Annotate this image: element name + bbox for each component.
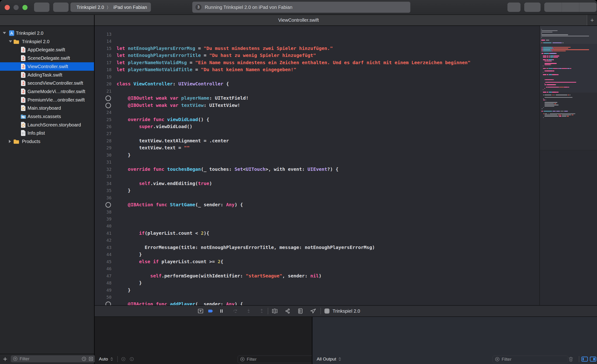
disclosure-open-icon[interactable]: [9, 40, 12, 42]
code-line-49[interactable]: 49}: [95, 286, 539, 294]
ib-connection-icon[interactable]: [105, 202, 111, 208]
code-line-42[interactable]: 42: [95, 237, 539, 244]
memory-graph-button[interactable]: [284, 308, 291, 314]
source-editor[interactable]: 131415let notEnoughPlayersErrorMsg = "Du…: [95, 26, 539, 305]
step-out-button[interactable]: [258, 308, 265, 314]
code-line-15[interactable]: 15let notEnoughPlayersErrorMsg = "Du mus…: [95, 45, 539, 52]
console-filter-field[interactable]: Filter: [493, 356, 568, 363]
variables-view[interactable]: Auto Filter: [95, 317, 312, 364]
sidebar-item-secondviewcontroller-swift[interactable]: secondViewController.swift: [0, 79, 94, 87]
sidebar-item-addingtask-swift[interactable]: AddingTask.swift: [0, 71, 94, 79]
code-line-46[interactable]: 46: [95, 265, 539, 272]
code-line-48[interactable]: 48}: [95, 279, 539, 286]
recent-files-icon[interactable]: [81, 356, 87, 362]
sidebar-item-viewcontroller-swift[interactable]: ViewController.swift: [0, 62, 94, 71]
code-line-29[interactable]: 29textView.text = "": [95, 144, 539, 151]
code-line-30[interactable]: 30}: [95, 151, 539, 159]
breakpoints-button[interactable]: [208, 308, 214, 314]
minimize-window-button[interactable]: [14, 5, 19, 10]
status-badge[interactable]: 3: [196, 4, 202, 10]
code-line-45[interactable]: 45else if playerList.count >= 2{: [95, 258, 539, 265]
code-line-33[interactable]: 33: [95, 173, 539, 180]
console-output-dropdown[interactable]: All Output: [317, 356, 336, 362]
run-button[interactable]: [34, 3, 49, 12]
console-view[interactable]: All Output Filter: [313, 317, 597, 364]
sidebar-item-assets-xcassets[interactable]: Assets.xcassets: [0, 112, 94, 121]
sidebar-item-trinkspiel-2-0[interactable]: Trinkspiel 2.0: [0, 37, 94, 46]
close-window-button[interactable]: [5, 5, 10, 10]
code-line-47[interactable]: 47self.performSegue(withIdentifier: "sta…: [95, 272, 539, 279]
code-line-24[interactable]: 24: [95, 109, 539, 116]
code-line-25[interactable]: 25override func viewDidLoad() {: [95, 116, 539, 123]
code-line-36[interactable]: 36: [95, 194, 539, 201]
view-hierarchy-button[interactable]: [271, 308, 278, 314]
pause-button[interactable]: [218, 308, 225, 314]
library-button[interactable]: [507, 3, 520, 12]
source-control-filter-icon[interactable]: [88, 356, 94, 362]
code-line-31[interactable]: 31: [95, 158, 539, 166]
code-line-38[interactable]: 38: [95, 208, 539, 216]
code-line-23[interactable]: @IBOutlet weak var textView: UITextView!: [95, 102, 539, 109]
step-into-button[interactable]: [245, 308, 252, 314]
toggle-inspectors-button[interactable]: [579, 3, 597, 12]
code-line-22[interactable]: @IBOutlet weak var playerName: UITextFie…: [95, 95, 539, 102]
code-line-17[interactable]: 17let playerNameNotValidMsg = "Ein Name …: [95, 59, 539, 66]
code-line-43[interactable]: 43ErrorMessage(title: notEnoughPlayersEr…: [95, 244, 539, 251]
code-line-41[interactable]: 41if(playerList.count < 2){: [95, 229, 539, 237]
code-line-44[interactable]: 44}: [95, 251, 539, 258]
variables-scope-dropdown[interactable]: Auto: [99, 356, 108, 362]
hide-debug-area-button[interactable]: [197, 308, 204, 314]
tab-viewcontroller-swift[interactable]: ViewController.swift: [0, 15, 597, 25]
ib-connection-icon[interactable]: [105, 103, 111, 108]
disclosure-open-icon[interactable]: [3, 32, 6, 34]
minimap[interactable]: [540, 26, 597, 305]
tab-add-button[interactable]: +: [587, 15, 597, 25]
code-line-32[interactable]: 32override func touchesBegan(_ touches: …: [95, 166, 539, 173]
navigator-filter-field[interactable]: Filter: [11, 355, 96, 362]
code-line-40[interactable]: 40: [95, 222, 539, 229]
code-line-34[interactable]: 34self.view.endEditing(true): [95, 180, 539, 187]
code-line-51[interactable]: @IBAction func addPlayer(_ sender: Any) …: [95, 301, 539, 305]
add-file-button[interactable]: [2, 356, 8, 362]
sidebar-item-appdelegate-swift[interactable]: AppDelegate.swift: [0, 46, 94, 54]
ib-connection-icon[interactable]: [105, 301, 111, 305]
ib-connection-icon[interactable]: [105, 95, 111, 101]
code-line-20[interactable]: 20class ViewController: UIViewController…: [95, 80, 539, 87]
sidebar-item-trinkspiel-2-0[interactable]: Trinkspiel 2.0: [0, 29, 94, 37]
code-review-button[interactable]: [524, 3, 541, 12]
show-variables-view-button[interactable]: [581, 356, 588, 362]
code-line-16[interactable]: 16let notEnoughPlayersErrorTitle = "Du h…: [95, 52, 539, 59]
simulate-location-button[interactable]: [310, 308, 317, 314]
code-line-26[interactable]: 26super.viewDidLoad(): [95, 123, 539, 130]
stop-button[interactable]: [53, 3, 69, 12]
sidebar-item-premiumvie-ontroller-swift[interactable]: PremiumVie…ontroller.swift: [0, 96, 94, 104]
scheme-selector[interactable]: Trinkspiel 2.0 〉 iPad von Fabian: [71, 3, 151, 12]
clear-console-button[interactable]: [568, 356, 574, 362]
step-over-button[interactable]: [232, 308, 239, 314]
toggle-debug-area-button[interactable]: [562, 3, 579, 12]
zoom-window-button[interactable]: [22, 5, 28, 10]
show-console-view-button[interactable]: [589, 356, 597, 362]
sidebar-item-launchscreen-storyboard[interactable]: LaunchScreen.storyboard: [0, 121, 94, 129]
code-line-50[interactable]: 50: [95, 293, 539, 301]
sidebar-item-info-plist[interactable]: Info.plist: [0, 129, 94, 137]
code-line-14[interactable]: 14: [95, 38, 539, 45]
code-line-19[interactable]: 19: [95, 73, 539, 80]
environment-overrides-button[interactable]: [297, 308, 304, 314]
quicklook-info-icon[interactable]: [129, 356, 134, 362]
sidebar-item-main-storyboard[interactable]: Main.storyboard: [0, 104, 94, 112]
code-line-35[interactable]: 35}: [95, 187, 539, 194]
code-line-18[interactable]: 18let playerNameNotValidTitle = "Du hast…: [95, 66, 539, 73]
code-line-13[interactable]: 13: [95, 31, 539, 38]
code-line-39[interactable]: 39: [95, 215, 539, 223]
variables-filter-field[interactable]: Filter: [238, 356, 314, 363]
code-line-37[interactable]: @IBAction func StartGame(_ sender: Any) …: [95, 201, 539, 208]
sidebar-item-gamemodevi-ntroller-swift[interactable]: GameModeVi…ntroller.swift: [0, 87, 94, 96]
sidebar-item-scenedelegate-swift[interactable]: SceneDelegate.swift: [0, 54, 94, 62]
toggle-navigator-button[interactable]: [544, 3, 562, 12]
disclosure-closed-icon[interactable]: [9, 140, 11, 143]
code-line-28[interactable]: 28textView.textAlignment = .center: [95, 137, 539, 144]
code-line-21[interactable]: 21: [95, 87, 539, 95]
sidebar-item-products[interactable]: Products: [0, 137, 94, 146]
code-line-27[interactable]: 27: [95, 130, 539, 137]
